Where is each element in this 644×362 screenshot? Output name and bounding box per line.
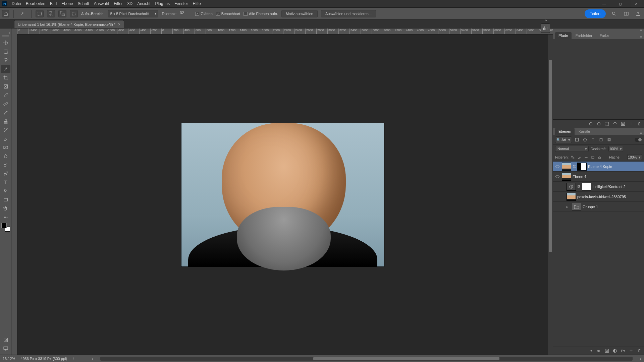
menu-image[interactable]: Bild [50,1,57,6]
paths-panel-body[interactable] [553,39,644,120]
toolbar-expand-handle[interactable]: » [8,31,11,35]
menu-layer[interactable]: Ebene [61,1,73,6]
layer-name[interactable]: Helligkeit/Kontrast 2 [593,185,626,189]
scrollbar-horizontal-thumb[interactable] [313,357,500,360]
tab-color[interactable]: Farbe [596,32,613,39]
layer-link-icon[interactable]: ⛓ [577,185,581,188]
menu-type[interactable]: Schrift [78,1,89,6]
menu-help[interactable]: Hilfe [193,1,201,6]
layer-effects-icon[interactable]: fx [596,348,602,354]
layer-row[interactable]: ⛓Helligkeit/Kontrast 2 [553,182,644,192]
history-brush-tool[interactable] [1,126,10,134]
add-to-selection-button[interactable] [47,10,55,17]
layer-row[interactable]: pexels-kevin-bidwell-2380795 [553,192,644,202]
layer-row[interactable]: Ebene 4 [553,172,644,182]
pen-tool[interactable] [1,170,10,178]
foreground-color-swatch[interactable] [1,223,7,228]
path-to-selection-icon[interactable] [604,121,610,127]
layer-filter-kind-combo[interactable]: Art [555,136,572,143]
scrollbar-vertical[interactable] [548,35,553,355]
share-button[interactable]: Teilen [585,9,606,18]
path-fill-icon[interactable] [588,121,594,127]
menu-edit[interactable]: Bearbeiten [26,1,45,6]
filter-adjust-icon[interactable] [582,137,588,143]
home-button[interactable] [2,10,9,17]
tolerance-field[interactable]: 32 [180,11,192,17]
add-mask-from-path-icon[interactable] [620,121,626,127]
menu-plugins[interactable]: Plug-ins [155,1,170,6]
document-tab[interactable]: Unbenannt-1 bei 16,1% (Ebene 4 Kopie, Eb… [14,20,124,28]
eyedropper-tool[interactable] [1,91,10,99]
marquee-tool[interactable] [1,48,10,56]
select-and-mask-button[interactable]: Auswählen und maskieren... [321,10,376,17]
hscroll-right-arrow[interactable]: › [640,357,641,361]
contiguous-checkbox[interactable] [216,12,220,16]
layer-name[interactable]: Ebene 4 [573,175,586,179]
sample-size-combo[interactable]: 5 x 5 Pixel Durchschnitt [108,10,158,17]
healing-brush-tool[interactable] [1,100,10,108]
layer-visibility-toggle[interactable] [554,164,560,170]
layer-name[interactable]: pexels-kevin-bidwell-2380795 [577,195,626,199]
new-adjustment-icon[interactable] [612,348,618,354]
blend-mode-combo[interactable]: Normal [555,146,589,152]
layer-name[interactable]: Ebene 4 Kopie [588,165,612,169]
window-minimize-button[interactable]: — [598,0,610,7]
scrollbar-vertical-thumb[interactable] [549,60,552,252]
filter-type-icon[interactable] [590,137,596,143]
tab-swatches[interactable]: Farbfelder [572,32,596,39]
opacity-field[interactable]: 100% [608,146,623,152]
tab-paths[interactable]: Pfade [555,32,572,39]
delete-layer-icon[interactable] [636,348,642,354]
canvas-area[interactable] [17,35,548,355]
status-info-arrow-icon[interactable]: 〉 [72,356,76,361]
layer-name[interactable]: Gruppe 1 [583,205,598,209]
move-tool[interactable] [1,39,10,47]
toolbar-grip[interactable] [2,35,9,37]
path-stroke-icon[interactable] [596,121,602,127]
blur-tool[interactable] [1,152,10,160]
antialias-checkbox[interactable] [195,12,199,16]
menu-window[interactable]: Fenster [174,1,188,6]
panel-collapse-chevrons[interactable]: ‹‹ [542,16,550,24]
clone-stamp-tool[interactable] [1,117,10,125]
window-maximize-button[interactable]: ▢ [614,0,626,7]
new-selection-button[interactable] [36,10,44,17]
hand-tool[interactable] [1,204,10,213]
scrollbar-horizontal[interactable] [100,357,633,361]
menu-file[interactable]: Datei [12,1,21,6]
group-twisty-icon[interactable]: ▸ [567,205,571,208]
filter-smart-icon[interactable] [606,137,612,143]
color-swatches[interactable] [1,223,10,232]
filter-pixel-icon[interactable] [574,137,580,143]
layer-mask-thumbnail[interactable] [577,163,587,171]
window-close-button[interactable]: ✕ [631,0,642,7]
delete-path-icon[interactable] [636,121,642,127]
new-group-icon[interactable] [620,348,626,354]
layer-filter-toggle[interactable] [635,138,642,142]
more-tools[interactable] [1,213,10,221]
contextual-panel-icon[interactable] [541,23,550,33]
workspace-button[interactable] [623,10,630,17]
sample-all-layers-checkbox[interactable] [244,12,248,16]
subtract-from-selection-button[interactable] [58,10,66,17]
layers-panel-menu-icon[interactable]: ≡ [638,131,644,135]
top-panel-menu-icon[interactable]: ≡ [638,35,644,39]
selection-to-path-icon[interactable] [612,121,618,127]
export-button[interactable] [635,10,642,17]
tab-layers[interactable]: Ebenen [555,128,575,135]
hscroll-left-arrow[interactable]: ‹ [92,357,93,361]
layer-row[interactable]: ▸Gruppe 1 [553,202,644,212]
ruler-vertical[interactable] [11,28,17,355]
eraser-tool[interactable] [1,135,10,143]
lock-position-icon[interactable] [583,155,589,160]
layer-link-icon[interactable]: ⛓ [573,165,576,168]
menu-3d[interactable]: 3D [127,1,132,6]
new-layer-icon[interactable] [628,348,634,354]
magic-wand-tool[interactable] [1,65,10,73]
current-tool-icon[interactable] [18,10,27,17]
type-tool[interactable] [1,178,10,186]
tab-channels[interactable]: Kanäle [575,128,593,135]
status-zoom[interactable]: 16.12% [3,357,15,361]
lasso-tool[interactable] [1,56,10,64]
dodge-tool[interactable] [1,161,10,169]
